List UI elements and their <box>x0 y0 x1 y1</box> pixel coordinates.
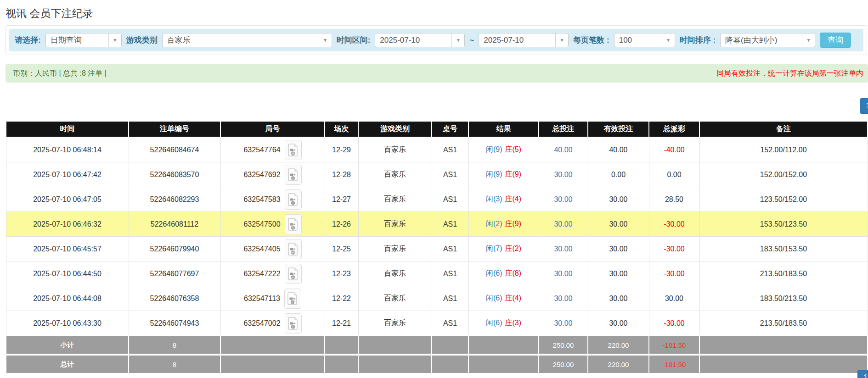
cell-game-type: 百家乐 <box>358 137 432 162</box>
round-number: 632547222 <box>243 270 280 278</box>
cell-round-id: 632547500 <box>220 212 325 237</box>
cell-table-no: AS1 <box>432 137 468 162</box>
cell-table-no: AS1 <box>432 237 468 261</box>
page-title: 视讯 会员下注纪录 <box>6 6 868 21</box>
total-bet-link[interactable]: 30.00 <box>554 319 572 327</box>
header-bet-id: 注单编号 <box>129 121 220 137</box>
cell-round-id: 632547222 <box>220 261 325 286</box>
video-record-button[interactable] <box>285 264 302 284</box>
total-bet-link[interactable]: 30.00 <box>554 195 572 203</box>
chevron-down-icon[interactable]: ▼ <box>108 33 121 47</box>
cell-time: 2025-07-10 06:44:08 <box>6 286 129 311</box>
total-bet-link[interactable]: 40.00 <box>554 146 572 154</box>
grand-total-count: 8 <box>129 355 220 373</box>
cell-result: 闲(2)庄(9) <box>468 212 539 237</box>
date-to-select[interactable]: 2025-07-10 ▼ <box>479 33 569 47</box>
result-player: 闲(2) <box>486 220 502 228</box>
cell-time: 2025-07-10 06:47:42 <box>6 162 129 187</box>
grand-total-payout: -101.50 <box>649 355 699 373</box>
cell-valid-bet: 40.00 <box>588 137 649 162</box>
total-bet-link[interactable]: 30.00 <box>554 245 572 253</box>
grand-total-label: 总计 <box>6 355 129 373</box>
video-record-button[interactable] <box>285 189 302 210</box>
cell-round-id: 632547692 <box>220 162 325 187</box>
total-bet-link[interactable]: 30.00 <box>554 171 572 178</box>
query-type-value: 日期查询 <box>46 33 108 47</box>
valid-bet-notice: 同局有效投注，统一计算在该局第一张注单内 <box>716 69 863 78</box>
cell-time: 2025-07-10 06:45:57 <box>6 237 129 261</box>
chevron-down-icon[interactable]: ▼ <box>451 33 464 47</box>
video-record-button[interactable] <box>285 313 302 334</box>
cell-bet-id: 522646083570 <box>129 162 220 187</box>
cell-valid-bet: 30.00 <box>588 187 649 212</box>
cell-game-type: 百家乐 <box>358 212 432 237</box>
cell-round-id: 632547405 <box>220 237 325 261</box>
game-type-select[interactable]: 百家乐 ▼ <box>162 33 332 47</box>
header-time: 时间 <box>6 121 129 137</box>
video-record-button[interactable] <box>285 239 302 259</box>
chevron-down-icon[interactable]: ▼ <box>319 33 332 47</box>
chevron-down-icon[interactable]: ▼ <box>555 33 568 47</box>
cell-payout: -30.00 <box>649 237 699 261</box>
result-banker: 庄(2) <box>505 245 522 252</box>
page-size-select[interactable]: 100 ▼ <box>614 33 675 47</box>
query-type-select[interactable]: 日期查询 ▼ <box>45 33 122 47</box>
cell-total-bet: 30.00 <box>539 187 588 212</box>
cell-total-bet: 30.00 <box>539 237 588 261</box>
cell-valid-bet: 30.00 <box>588 261 649 286</box>
sort-order-select[interactable]: 降幂(由大到小) ▼ <box>720 33 815 47</box>
header-total-bet: 总投注 <box>539 121 588 137</box>
page-size-label: 每页笔数 : <box>573 35 609 45</box>
cell-game-type: 百家乐 <box>358 286 432 311</box>
cell-round-id: 632547583 <box>220 187 325 212</box>
cell-table-no: AS1 <box>432 187 468 212</box>
table-row: 2025-07-10 06:45:57 522646079940 6325474… <box>6 237 868 261</box>
video-record-button[interactable] <box>285 140 302 160</box>
grand-total-total-bet: 250.00 <box>539 355 588 373</box>
cell-time: 2025-07-10 06:46:32 <box>6 212 129 237</box>
time-range-label: 时间区间: <box>337 35 371 45</box>
result-player: 闲(6) <box>486 294 502 302</box>
result-banker: 庄(4) <box>505 195 522 203</box>
video-record-button[interactable] <box>285 165 302 185</box>
result-player: 闲(3) <box>486 195 502 203</box>
cell-session: 12-26 <box>325 212 358 237</box>
cell-note: 213.50/183.50 <box>699 311 868 336</box>
cell-table-no: AS1 <box>432 261 468 286</box>
betting-records-table: 时间 注单编号 局号 场次 游戏类别 桌号 结果 总投注 有效投注 总派彩 备注… <box>6 121 868 374</box>
table-row: 2025-07-10 06:44:50 522646077697 6325472… <box>6 261 868 286</box>
cell-game-type: 百家乐 <box>358 162 432 187</box>
date-from-select[interactable]: 2025-07-10 ▼ <box>375 33 465 47</box>
pagination-page-1-bottom[interactable]: 1 <box>857 370 868 378</box>
cell-session: 12-27 <box>325 187 358 212</box>
cell-round-id: 632547764 <box>220 137 325 162</box>
cell-bet-id: 522646077697 <box>129 261 220 286</box>
cell-note: 153.50/123.50 <box>699 212 868 237</box>
cell-bet-id: 522646082293 <box>129 187 220 212</box>
video-file-icon <box>288 243 298 256</box>
header-note: 备注 <box>699 121 868 137</box>
total-bet-link[interactable]: 30.00 <box>554 220 572 228</box>
cell-payout: 30.00 <box>649 286 699 311</box>
cell-total-bet: 30.00 <box>539 311 588 336</box>
subtotal-row: 小计 8 250.00 220.00 -101.50 <box>6 336 868 355</box>
pagination-page-1-top[interactable]: 1 <box>860 98 868 114</box>
cell-note: 123.50/152.00 <box>699 187 868 212</box>
total-bet-link[interactable]: 30.00 <box>554 270 572 278</box>
cell-result: 闲(6)庄(4) <box>468 286 539 311</box>
game-type-value: 百家乐 <box>163 33 319 47</box>
cell-round-id: 632547113 <box>220 286 325 311</box>
chevron-down-icon[interactable]: ▼ <box>802 33 815 47</box>
cell-total-bet: 30.00 <box>539 162 588 187</box>
table-row: 2025-07-10 06:44:08 522646076358 6325471… <box>6 286 868 311</box>
cell-result: 闲(7)庄(2) <box>468 237 539 261</box>
header-payout: 总派彩 <box>649 121 699 137</box>
cell-result: 闲(3)庄(4) <box>468 187 539 212</box>
search-button[interactable]: 查询 <box>820 33 851 48</box>
chevron-down-icon[interactable]: ▼ <box>662 33 675 47</box>
cell-table-no: AS1 <box>432 162 468 187</box>
sort-label: 时间排序 : <box>680 35 716 45</box>
total-bet-link[interactable]: 30.00 <box>554 295 572 302</box>
video-record-button[interactable] <box>284 289 301 309</box>
video-record-button[interactable] <box>285 214 302 234</box>
